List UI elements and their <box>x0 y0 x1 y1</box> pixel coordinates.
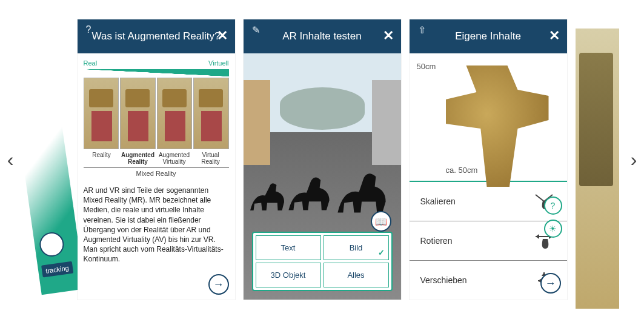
screen2-body: 📖 Text Bild 3D Objekt Alles <box>244 53 401 300</box>
object-preview: 50cm ca. 50cm <box>410 53 567 182</box>
screen3-body: 50cm ca. 50cm Skalieren Rotieren <box>410 53 567 300</box>
screenshot-2: ✎ AR Inhalte testen ✕ 📖 <box>244 19 401 300</box>
close-icon[interactable]: ✕ <box>217 28 228 44</box>
continuum-image-ar <box>120 78 156 149</box>
row-scale[interactable]: Skalieren <box>410 182 567 221</box>
pencil-icon: ✎ <box>252 24 260 36</box>
label-reality: Reality <box>84 152 120 165</box>
scale-right-label: Virtuell <box>208 59 228 67</box>
option-3d-object[interactable]: 3D Objekt <box>256 263 321 287</box>
next-button[interactable]: → <box>208 274 229 295</box>
lighting-button[interactable]: ☀ <box>544 220 562 238</box>
row-rotate[interactable]: Rotieren <box>410 221 567 261</box>
book-icon[interactable]: 📖 <box>371 211 391 232</box>
screen1-body: Real Virtuell Reality Augmented Reality … <box>78 53 235 300</box>
screenshot-3: ⇧ Eigene Inhalte ✕ 50cm ca. 50cm Skalier… <box>410 19 567 300</box>
rider-1 <box>246 173 288 222</box>
screen1-header: ? Was ist Augmented Reality? ✕ <box>78 19 235 53</box>
mixed-reality-label: Mixed Reality <box>84 167 229 177</box>
row-scale-label: Skalieren <box>420 196 456 206</box>
screen3-title: Eigene Inhalte <box>455 30 521 42</box>
screen2-header: ✎ AR Inhalte testen ✕ <box>244 19 401 53</box>
peek-screenshot-left[interactable]: tracking <box>9 61 84 295</box>
label-ar: Augmented Reality <box>120 152 156 165</box>
screen1-title: Was ist Augmented Reality? <box>92 30 221 42</box>
option-image[interactable]: Bild <box>324 235 389 260</box>
trees <box>280 87 365 130</box>
label-av: Augmented Virtuality <box>156 152 193 165</box>
building-right <box>372 80 401 165</box>
label-vr: Virtual Reality <box>193 152 229 165</box>
row-rotate-label: Rotieren <box>420 236 453 246</box>
building-left <box>244 80 270 165</box>
screenshot-carousel: ‹ › tracking ? Was ist Augmented Reality… <box>0 0 644 319</box>
close-icon[interactable]: ✕ <box>549 28 560 44</box>
continuum-image-av <box>157 78 193 149</box>
continuum-image-vr <box>193 78 229 149</box>
side-buttons: ? ☀ <box>544 196 562 238</box>
continuum-triangle <box>84 69 229 76</box>
screen2-title: AR Inhalte testen <box>282 30 361 42</box>
continuum-labels: Reality Augmented Reality Augmented Virt… <box>84 152 229 165</box>
continuum-images <box>84 78 229 149</box>
screen1-body-text: AR und VR sind Teile der sogenannten Mix… <box>84 186 229 274</box>
peek-left-label: tracking <box>41 261 73 278</box>
rider-2 <box>285 167 333 222</box>
content-type-selector: Text Bild 3D Objekt Alles <box>252 232 393 291</box>
option-text[interactable]: Text <box>256 235 321 260</box>
share-icon: ⇧ <box>418 24 426 36</box>
close-icon[interactable]: ✕ <box>383 28 394 44</box>
peek-screenshot-right[interactable] <box>576 29 619 309</box>
screen3-header: ⇧ Eigene Inhalte ✕ <box>410 19 567 53</box>
carousel-prev[interactable]: ‹ <box>1 149 19 171</box>
row-move-label: Verschieben <box>420 275 467 285</box>
scale-left-label: Real <box>84 59 98 67</box>
help-button[interactable]: ? <box>544 196 562 215</box>
continuum-image-reality <box>84 78 119 149</box>
option-all[interactable]: Alles <box>324 263 389 287</box>
scale-vertical-label: 50cm <box>417 62 436 71</box>
carousel-next[interactable]: › <box>625 149 643 171</box>
next-button[interactable]: → <box>540 273 561 294</box>
screenshot-1: ? Was ist Augmented Reality? ✕ Real Virt… <box>78 19 235 300</box>
help-icon: ? <box>86 24 91 35</box>
scale-horizontal-label: ca. 50cm <box>446 166 478 175</box>
